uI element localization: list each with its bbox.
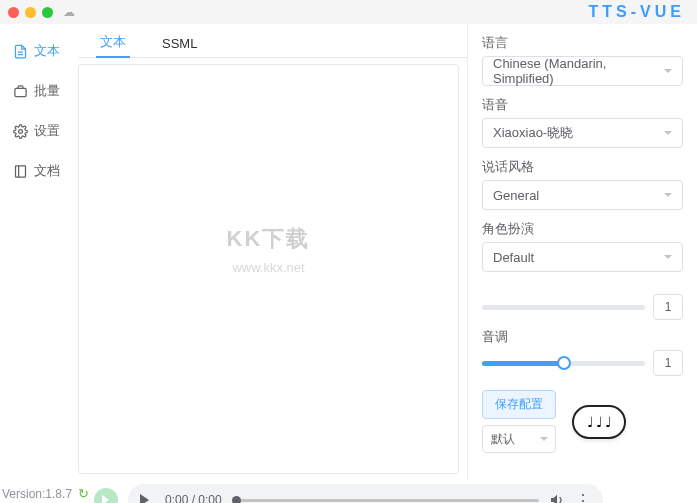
play-mini-button[interactable]: [94, 488, 118, 503]
rate-slider-row: 1: [482, 294, 683, 320]
svg-point-3: [18, 129, 22, 133]
document-icon: [12, 43, 28, 59]
language-label: 语言: [482, 34, 683, 52]
version-text: Version:1.8.7: [2, 487, 72, 501]
main-panel: 文本 SSML KK下载 www.kkx.net: [74, 24, 467, 480]
text-editor[interactable]: KK下载 www.kkx.net: [78, 64, 459, 474]
role-label: 角色扮演: [482, 220, 683, 238]
titlebar: ☁ TTS-VUE: [0, 0, 697, 24]
svg-rect-4: [15, 165, 25, 176]
pitch-slider-row: 1: [482, 350, 683, 376]
watermark: KK下载 www.kkx.net: [227, 223, 311, 274]
style-select[interactable]: General: [482, 180, 683, 210]
sidebar-item-label: 文本: [34, 42, 60, 60]
seek-bar[interactable]: [232, 499, 539, 502]
zoom-dot[interactable]: [42, 7, 53, 18]
sidebar: 文本 批量 设置 文档: [0, 24, 74, 480]
voice-label: 语音: [482, 96, 683, 114]
minimize-dot[interactable]: [25, 7, 36, 18]
save-config-button[interactable]: 保存配置: [482, 390, 556, 419]
role-select[interactable]: Default: [482, 242, 683, 272]
box-icon: [12, 83, 28, 99]
sidebar-item-label: 文档: [34, 162, 60, 180]
note-icon: ♩: [596, 414, 603, 430]
language-select[interactable]: Chinese (Mandarin, Simplified): [482, 56, 683, 86]
more-icon[interactable]: ⋮: [575, 491, 591, 504]
audio-player: 0:00 / 0:00 ⋮: [128, 484, 603, 503]
note-icon: ♩: [587, 414, 594, 430]
sidebar-item-text[interactable]: 文本: [0, 32, 73, 70]
style-label: 说话风格: [482, 158, 683, 176]
refresh-icon[interactable]: ↻: [78, 486, 89, 501]
tab-ssml[interactable]: SSML: [158, 36, 201, 57]
sidebar-item-batch[interactable]: 批量: [0, 72, 73, 110]
sidebar-item-label: 批量: [34, 82, 60, 100]
sidebar-item-docs[interactable]: 文档: [0, 152, 73, 190]
svg-rect-2: [14, 88, 25, 96]
volume-icon[interactable]: [549, 492, 565, 503]
app-title: TTS-VUE: [589, 3, 685, 21]
rate-value[interactable]: 1: [653, 294, 683, 320]
note-icon: ♩: [605, 414, 612, 430]
player-bar: 0:00 / 0:00 ⋮: [0, 480, 697, 503]
settings-panel: 语言 Chinese (Mandarin, Simplified) 语音 Xia…: [467, 24, 697, 480]
window-controls: [8, 7, 53, 18]
rate-slider[interactable]: [482, 305, 645, 310]
time-display: 0:00 / 0:00: [165, 493, 222, 503]
book-icon: [12, 163, 28, 179]
sidebar-item-settings[interactable]: 设置: [0, 112, 73, 150]
pitch-label: 音调: [482, 328, 683, 346]
version-footer: Version:1.8.7 ↻: [2, 486, 89, 501]
sidebar-item-label: 设置: [34, 122, 60, 140]
close-dot[interactable]: [8, 7, 19, 18]
editor-tabs: 文本 SSML: [78, 28, 467, 58]
gear-icon: [12, 123, 28, 139]
preset-select[interactable]: 默认: [482, 425, 556, 453]
tab-text[interactable]: 文本: [96, 33, 130, 57]
voice-select[interactable]: Xiaoxiao-晓晓: [482, 118, 683, 148]
app-mini-icon: ☁: [63, 5, 75, 19]
pitch-slider[interactable]: [482, 361, 645, 366]
play-button[interactable]: [140, 494, 155, 503]
pitch-value[interactable]: 1: [653, 350, 683, 376]
generate-button[interactable]: ♩ ♩ ♩: [572, 405, 626, 439]
